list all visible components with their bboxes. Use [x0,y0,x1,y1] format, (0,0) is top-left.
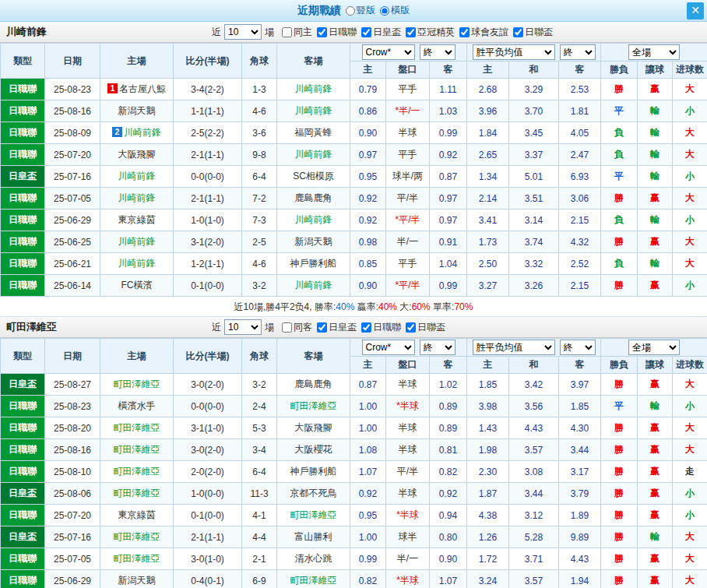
avg-draw-cell: 3.45 [509,122,559,144]
league-filter[interactable]: 日聯盃 [513,26,553,39]
away-team-name[interactable]: 川崎前鋒 [295,214,332,225]
goals-result-cell: 大 [673,439,707,461]
league-filter-checkbox[interactable] [282,322,292,333]
period-select[interactable]: 全場 [628,340,680,355]
home-team-name[interactable]: 大阪飛腳 [118,149,156,160]
away-team-name[interactable]: 鹿島鹿角 [295,379,332,389]
away-team-name[interactable]: 町田澤維亞 [290,400,337,411]
league-filter[interactable]: 日職聯 [361,321,401,334]
window-title: 近期戰績 [297,4,341,18]
league-filter[interactable]: 日皇盃 [361,26,401,39]
view-option-horizontal[interactable]: 橫版 [380,4,410,17]
match-count-select[interactable]: 10 [224,24,262,40]
away-team-name[interactable]: 富山勝利 [295,531,332,542]
avg-time-select[interactable]: 終 [560,44,596,60]
away-team-name[interactable]: SC相模原 [293,171,334,181]
league-cell: 日職聯 [1,209,45,231]
result-cell: 勝 [601,548,638,570]
home-team-name[interactable]: 町田澤維亞 [114,444,160,455]
away-team-name[interactable]: 大阪櫻花 [295,444,332,455]
away-team-name[interactable]: 川崎前鋒 [295,149,332,160]
bookmaker-select[interactable]: Crow* [362,44,415,60]
match-row: 日職聯25-08-23橫濱水手0-0(0-0)2-4町田澤維亞1.00*半球0.… [1,396,707,417]
home-team-name[interactable]: 川崎前鋒 [118,171,156,181]
away-team-name[interactable]: 神戶勝利船 [290,466,337,477]
subcol-odds-home: 主 [350,357,386,374]
home-team-name[interactable]: 町田澤維亞 [114,422,160,433]
away-team-name[interactable]: 京都不死鳥 [290,488,337,498]
home-team-name[interactable]: 町田澤維亞 [114,466,160,477]
avg-odds-select[interactable]: 胜平负均值 [473,340,555,355]
away-team-name[interactable]: 清水心跳 [295,553,332,564]
league-filter-checkbox[interactable] [459,27,470,37]
avg-draw-cell: 3.08 [509,461,559,483]
league-filter[interactable]: 日聯盃 [406,321,445,334]
avg-odds-select[interactable]: 胜平负均值 [473,44,555,60]
away-team-name[interactable]: 大阪飛腳 [295,422,332,433]
league-filter-checkbox[interactable] [513,27,523,37]
home-team-name[interactable]: 町田澤維亞 [114,379,160,389]
home-team-name[interactable]: 川崎前鋒 [118,192,156,203]
goals-result-cell: 小 [673,100,707,122]
league-filter[interactable]: 日職聯 [317,26,357,39]
league-filter-checkbox[interactable] [406,27,416,37]
result-cell: 負 [601,144,638,166]
home-team-name[interactable]: 東京綠茵 [118,214,156,225]
handicap-cell: 半/一 [386,548,430,570]
horizontal-view-radio[interactable] [380,6,389,16]
league-filter[interactable]: 亞冠精英 [406,26,455,39]
league-filter-checkbox[interactable] [317,322,327,333]
avg-home-cell: 3.98 [467,396,509,417]
league-filter-checkbox[interactable] [282,27,292,37]
goals-result-cell: 大 [673,374,707,396]
odds-time-select[interactable]: 終 [420,44,456,60]
away-team-name[interactable]: 新潟天鵝 [295,236,332,247]
league-filter-checkbox[interactable] [361,27,371,37]
vertical-view-radio[interactable] [346,6,355,16]
away-team-name[interactable]: 町田澤維亞 [290,575,337,586]
away-team-name[interactable]: 神戶勝利船 [290,258,337,269]
league-filter[interactable]: 日皇盃 [317,321,357,334]
home-team-name[interactable]: 町田澤維亞 [114,488,160,498]
home-team-name[interactable]: 川崎前鋒 [118,236,156,247]
avg-draw-cell: 5.01 [509,166,559,188]
corner-cell: 11-3 [242,483,277,505]
league-filter[interactable]: 球會友誼 [459,26,508,39]
home-team-name[interactable]: 橫濱水手 [118,400,156,411]
away-team-name[interactable]: 鹿島鹿角 [295,192,332,203]
odds-group-header: Crow* 終 [350,44,467,62]
home-team-name[interactable]: 新潟天鵝 [118,105,156,116]
home-team-name[interactable]: FC橫濱 [121,280,153,290]
close-button[interactable]: ✕ [687,2,704,19]
league-filter-checkbox[interactable] [406,322,416,333]
bookmaker-select[interactable]: Crow* [362,340,415,355]
period-select[interactable]: 全場 [628,44,680,60]
home-team-name[interactable]: 町田澤維亞 [114,553,160,564]
home-team-name[interactable]: 東京綠茵 [118,509,156,520]
home-team-name[interactable]: 名古屋八鯨 [119,83,166,94]
league-filter-checkbox[interactable] [361,322,371,333]
odds-time-select[interactable]: 終 [420,340,456,355]
home-team-cell: 町田澤維亞 [100,439,174,461]
home-team-cell: 新潟天鵝 [100,570,174,588]
home-team-name[interactable]: 町田澤維亞 [114,531,160,542]
league-filter[interactable]: 同主 [282,26,312,39]
league-filter[interactable]: 同客 [282,321,312,334]
result-cell: 勝 [601,483,638,505]
date-cell: 25-06-14 [45,275,100,297]
match-count-select[interactable]: 10 [224,319,262,335]
away-team-cell: 町田澤維亞 [277,505,350,526]
view-option-vertical[interactable]: 豎版 [346,4,375,17]
home-team-name[interactable]: 川崎前鋒 [124,127,161,138]
away-team-name[interactable]: 川崎前鋒 [295,105,332,116]
summary-segment: 40% [336,301,354,312]
league-filter-checkbox[interactable] [317,27,327,37]
home-team-name[interactable]: 川崎前鋒 [118,258,156,269]
avg-time-select[interactable]: 終 [560,340,596,355]
avg-away-cell: 3.17 [559,461,601,483]
away-team-name[interactable]: 川崎前鋒 [295,280,332,290]
away-team-name[interactable]: 福岡黃蜂 [295,127,332,138]
home-team-name[interactable]: 新潟天鵝 [118,575,156,586]
away-team-name[interactable]: 川崎前鋒 [295,83,332,94]
away-team-name[interactable]: 町田澤維亞 [290,509,337,520]
